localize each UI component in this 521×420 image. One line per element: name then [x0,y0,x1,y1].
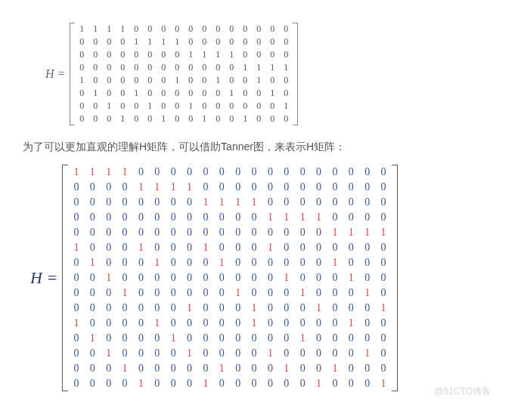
matrix-cell: 0 [278,255,294,270]
matrix-cell: 1 [262,240,278,255]
matrix-cell: 0 [214,225,230,240]
matrix-cell: 0 [278,225,294,240]
matrix-cell: 1 [102,23,116,36]
matrix-cell: 0 [225,36,238,48]
matrix-cell: 0 [101,301,116,316]
matrix-row: 10001000100010000000 [68,240,392,255]
matrix-cell: 0 [116,316,132,331]
matrix-row: 11110000000000000000 [68,165,392,180]
matrix-cell: 0 [116,376,132,391]
matrix-cell: 0 [143,87,157,100]
matrix-cell: 0 [311,316,327,331]
matrix-cell: 0 [181,240,197,255]
matrix-row: 1000000100100100 [75,74,293,87]
matrix-cell: 1 [279,61,293,74]
matrix-cell: 0 [246,225,262,240]
matrix-cell: 0 [85,301,101,316]
matrix-row: 00100000000001000100 [68,270,392,286]
matrix-cell: 1 [327,255,343,270]
matrix-cell: 1 [311,301,327,316]
matrix-cell: 0 [197,100,211,113]
matrix-cell: 1 [165,331,181,346]
matrix-cell: 1 [197,195,213,210]
matrix-cell: 0 [343,346,359,361]
matrix-cell: 0 [343,210,359,225]
matrix-small-wrap: 1111000000000000000011110000000000000000… [70,23,298,125]
matrix-cell: 0 [262,376,278,391]
matrix-cell: 0 [129,23,143,36]
matrix-cell: 0 [133,210,149,225]
matrix-cell: 0 [294,301,310,316]
matrix-cell: 0 [149,210,165,225]
matrix-cell: 1 [311,210,327,225]
matrix-cell: 1 [197,113,211,125]
matrix-cell: 1 [133,240,149,255]
matrix-row: 00001000100000010001 [68,376,392,391]
matrix-cell: 0 [375,331,391,346]
matrix-cell: 0 [375,286,391,301]
matrix-cell: 0 [359,180,375,195]
matrix-cell: 0 [85,195,101,210]
matrix-cell: 0 [197,225,213,240]
matrix-cell: 0 [238,48,252,61]
matrix-cell: 0 [262,361,278,376]
matrix-cell: 0 [327,240,343,255]
matrix-cell: 0 [327,331,343,346]
matrix-cell: 1 [359,225,375,240]
matrix-cell: 0 [88,100,102,113]
matrix-cell: 0 [197,74,211,87]
matrix-cell: 0 [149,301,165,316]
matrix-cell: 0 [294,376,310,391]
matrix-cell: 0 [262,316,278,331]
matrix-cell: 1 [116,361,132,376]
matrix-cell: 1 [197,48,211,61]
matrix-cell: 0 [133,361,149,376]
matrix-cell: 0 [129,113,143,125]
matrix-cell: 0 [149,165,165,180]
matrix-cell: 0 [375,180,391,195]
matrix-cell: 0 [181,195,197,210]
matrix-cell: 0 [311,331,327,346]
description-text: 为了可以更加直观的理解H矩阵，可以借助Tanner图，来表示H矩阵： [23,141,498,154]
matrix-large-wrap: 1111000000000000000000001111000000000000… [62,165,398,391]
matrix-cell: 0 [238,23,252,36]
matrix-cell: 0 [246,210,262,225]
matrix-cell: 0 [101,240,116,255]
matrix-cell: 0 [149,376,165,391]
matrix-cell: 0 [279,87,293,100]
matrix-cell: 1 [343,270,359,286]
matrix-cell: 0 [311,165,327,180]
matrix-cell: 0 [375,195,391,210]
matrix-cell: 0 [278,286,294,301]
matrix-cell: 1 [184,100,197,113]
matrix-cell: 0 [181,270,197,286]
matrix-cell: 1 [129,87,143,100]
matrix-cell: 0 [375,316,391,331]
matrix-cell: 0 [343,361,359,376]
matrix-cell: 1 [252,74,265,87]
matrix-cell: 0 [184,87,197,100]
matrix-row: 10000100000100000100 [68,316,392,331]
matrix-cell: 0 [359,376,375,391]
matrix-cell: 0 [143,23,157,36]
matrix-cell: 0 [214,165,230,180]
matrix-cell: 0 [214,376,230,391]
matrix-cell: 1 [170,36,184,48]
matrix-cell: 0 [133,301,149,316]
matrix-cell: 0 [311,255,327,270]
matrix-cell: 0 [252,48,265,61]
matrix-cell: 0 [252,113,265,125]
matrix-cell: 0 [311,286,327,301]
matrix-cell: 0 [68,286,84,301]
matrix-cell: 0 [278,346,294,361]
bracket-right-icon [293,23,298,125]
matrix-cell: 0 [375,165,391,180]
matrix-cell: 1 [252,61,265,74]
matrix-cell: 0 [165,286,181,301]
matrix-cell: 1 [375,376,391,391]
matrix-cell: 0 [165,225,181,240]
matrix-cell: 0 [68,210,84,225]
matrix-cell: 0 [68,255,84,270]
matrix-cell: 0 [230,225,246,240]
matrix-cell: 0 [278,165,294,180]
